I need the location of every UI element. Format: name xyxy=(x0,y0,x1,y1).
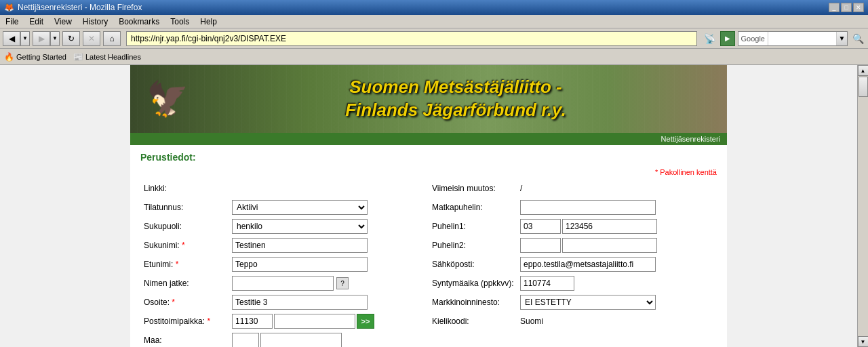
window-title: Nettijäsenrekisteri - Mozilla Firefox xyxy=(18,3,142,12)
reload-button[interactable]: ↻ xyxy=(62,31,80,46)
tilatunnus-select[interactable]: Aktiivi xyxy=(232,200,368,215)
close-button[interactable]: ✕ xyxy=(853,3,864,12)
menu-help[interactable]: Help xyxy=(195,16,222,28)
maximize-button[interactable]: □ xyxy=(841,3,852,12)
postitoimipaikka-label: Postitoimipaikka: xyxy=(144,317,232,326)
puhelin2-group xyxy=(520,238,657,253)
puhelin1-area-input[interactable] xyxy=(520,219,561,234)
postcode-group: >> xyxy=(232,314,374,329)
menu-view[interactable]: View xyxy=(49,16,77,28)
puhelin1-number-input[interactable] xyxy=(562,219,657,234)
etunimi-label: Etunimi: xyxy=(144,260,232,269)
sukunimi-input[interactable] xyxy=(232,238,368,253)
site-subtitle: Nettijäsenrekisteri xyxy=(661,135,720,143)
getting-started-icon: 🔥 xyxy=(4,52,14,62)
syntymaika-row: Syntymäaika (ppkkvv): xyxy=(432,275,713,291)
sahkoposti-input[interactable] xyxy=(520,257,656,272)
city-input[interactable] xyxy=(274,314,355,329)
form-area: Perustiedot: * Pakollinen kenttä Linkki:… xyxy=(130,145,727,347)
form-grid: Linkki: Tilatunnus: Aktiivi Sukupuoli: h… xyxy=(140,180,717,347)
maa-row: Maa: xyxy=(144,332,425,347)
puhelin1-group xyxy=(520,219,657,234)
viimeisin-label: Viimeisin muutos: xyxy=(432,184,520,193)
maa-name-input[interactable] xyxy=(260,333,342,347)
window-controls: _ □ ✕ xyxy=(829,3,864,12)
latest-headlines-icon: 📰 xyxy=(73,52,83,62)
title-bar: 🦊 Nettijäsenrekisteri - Mozilla Firefox … xyxy=(0,0,868,15)
site-title-line1: Suomen Metsästäjäliitto - xyxy=(198,76,713,99)
go-button[interactable]: ▶ xyxy=(720,31,735,46)
viimeisin-value: / xyxy=(520,184,522,193)
osoite-label: Osoite: xyxy=(144,298,232,307)
sukupuoli-row: Sukupuoli: henkilo xyxy=(144,218,425,234)
matkapuhelin-input[interactable] xyxy=(520,200,656,215)
postcode-search-button[interactable]: >> xyxy=(357,314,374,329)
google-search-input[interactable] xyxy=(768,34,836,43)
scroll-down-button[interactable]: ▼ xyxy=(858,336,869,347)
google-label: Google xyxy=(738,32,768,45)
main-area: 🦅 Suomen Metsästäjäliitto - Finlands Jäg… xyxy=(0,65,857,347)
maa-label: Maa: xyxy=(144,335,232,345)
etunimi-input[interactable] xyxy=(232,257,368,272)
form-left: Linkki: Tilatunnus: Aktiivi Sukupuoli: h… xyxy=(140,180,429,347)
sahkoposti-label: Sähköposti: xyxy=(432,260,520,269)
linkki-label: Linkki: xyxy=(144,184,232,193)
osoite-input[interactable] xyxy=(232,295,368,310)
sukupuoli-label: Sukupuoli: xyxy=(144,222,232,231)
nimen-jatke-help-button[interactable]: ? xyxy=(336,277,349,289)
viimeisin-row: Viimeisin muutos: / xyxy=(432,180,713,197)
menu-history[interactable]: History xyxy=(77,16,113,28)
puhelin2-area-input[interactable] xyxy=(520,238,561,253)
nimen-jatke-label: Nimen jatke: xyxy=(144,279,232,288)
sukunimi-label: Sukunimi: xyxy=(144,241,232,250)
minimize-button[interactable]: _ xyxy=(829,3,840,12)
nimen-jatke-input[interactable] xyxy=(232,276,334,291)
google-search-button[interactable]: ▼ xyxy=(836,32,847,45)
maa-code-input[interactable] xyxy=(232,333,259,347)
home-button[interactable]: ⌂ xyxy=(103,31,121,46)
puhelin2-number-input[interactable] xyxy=(562,238,657,253)
title-bar-left: 🦊 Nettijäsenrekisteri - Mozilla Firefox xyxy=(4,3,142,12)
back-group: ◀ ▼ xyxy=(3,31,30,46)
site-title-area: Suomen Metsästäjäliitto - Finlands Jägar… xyxy=(198,76,727,122)
back-button[interactable]: ◀ xyxy=(3,31,20,46)
menu-bar: File Edit View History Bookmarks Tools H… xyxy=(0,15,868,28)
etunimi-row: Etunimi: xyxy=(144,256,425,272)
back-dropdown[interactable]: ▼ xyxy=(20,31,30,46)
nav-bar: ◀ ▼ ▶ ▼ ↻ ✕ ⌂ 📡 ▶ Google ▼ 🔍 xyxy=(0,28,868,49)
firefox-icon: 🦊 xyxy=(4,3,14,12)
rss-icon[interactable]: 📡 xyxy=(703,31,717,46)
markkinoinninesto-label: Markkinoinninesto: xyxy=(432,298,520,307)
menu-file[interactable]: File xyxy=(0,16,24,28)
bookmark-latest-headlines[interactable]: 📰 Latest Headlines xyxy=(73,52,141,62)
stop-button[interactable]: ✕ xyxy=(83,31,100,46)
scroll-thumb[interactable] xyxy=(859,77,868,97)
postcode-input[interactable] xyxy=(232,314,273,329)
markkinoinninesto-select[interactable]: EI ESTETTY xyxy=(520,295,656,310)
forward-button[interactable]: ▶ xyxy=(33,31,50,46)
url-bar[interactable] xyxy=(126,31,697,46)
tilatunnus-label: Tilatunnus: xyxy=(144,203,232,212)
menu-edit[interactable]: Edit xyxy=(24,16,49,28)
forward-dropdown[interactable]: ▼ xyxy=(50,31,60,46)
latest-headlines-label: Latest Headlines xyxy=(85,53,141,61)
google-search-box: Google ▼ xyxy=(738,31,848,46)
postitoimipaikka-row: Postitoimipaikka: >> xyxy=(144,313,425,329)
scroll-up-button[interactable]: ▲ xyxy=(858,65,869,76)
required-note: * Pakollinen kenttä xyxy=(140,168,717,176)
scroll-track[interactable] xyxy=(858,76,868,336)
markkinoinninesto-row: Markkinoinninesto: EI ESTETTY xyxy=(432,294,713,310)
syntymaika-input[interactable] xyxy=(520,276,574,291)
bookmark-getting-started[interactable]: 🔥 Getting Started xyxy=(4,52,66,62)
site-subtitle-bar: Nettijäsenrekisteri xyxy=(130,133,727,145)
kielikoodi-row: Kielikoodi: Suomi xyxy=(432,313,713,329)
puhelin2-label: Puhelin2: xyxy=(432,241,520,250)
nimen-jatke-row: Nimen jatke: ? xyxy=(144,275,425,291)
search-magnifier-icon[interactable]: 🔍 xyxy=(850,31,865,46)
sukupuoli-select[interactable]: henkilo xyxy=(232,219,368,234)
kielikoodi-value: Suomi xyxy=(520,317,543,326)
form-right: Viimeisin muutos: / Matkapuhelin: Puheli… xyxy=(429,180,717,347)
kielikoodi-label: Kielikoodi: xyxy=(432,317,520,326)
menu-tools[interactable]: Tools xyxy=(165,16,195,28)
menu-bookmarks[interactable]: Bookmarks xyxy=(113,16,165,28)
